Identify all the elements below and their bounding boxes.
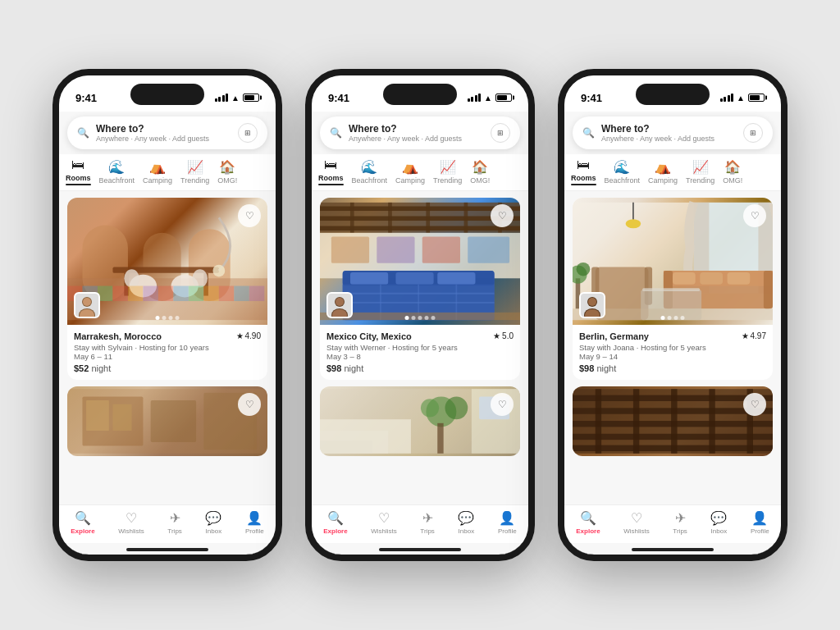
omg-label-3: OMG!	[723, 176, 742, 185]
tab-omg-1[interactable]: 🏠 OMG!	[217, 159, 237, 185]
listing-rating-2: ★ 5.0	[493, 331, 514, 340]
nav-explore-3[interactable]: 🔍 Explore	[576, 510, 600, 535]
image-dots-2	[405, 316, 436, 320]
tab-camping-3[interactable]: ⛺ Camping	[648, 159, 678, 185]
tab-trending-2[interactable]: 📈 Trending	[433, 159, 462, 185]
tab-rooms-1[interactable]: 🛏 Rooms	[66, 158, 91, 185]
nav-wishlists-2[interactable]: ♡ Wishlists	[371, 510, 397, 535]
listing-card-partial-2[interactable]: ♡	[320, 386, 520, 456]
camping-icon-3: ⛺	[655, 159, 671, 175]
svg-rect-18	[158, 286, 173, 301]
svg-rect-47	[422, 236, 460, 262]
tab-trending-3[interactable]: 📈 Trending	[686, 159, 714, 185]
nav-inbox-3[interactable]: 💬 Inbox	[710, 510, 727, 535]
nav-wishlists-1[interactable]: ♡ Wishlists	[118, 510, 144, 535]
tab-omg-3[interactable]: 🏠 OMG!	[723, 159, 742, 185]
wishlist-button-partial-1[interactable]: ♡	[238, 393, 261, 416]
nav-profile-1[interactable]: 👤 Profile	[245, 510, 264, 535]
search-main-3: Where to?	[601, 123, 737, 135]
svg-rect-46	[377, 236, 414, 262]
trending-icon-1: 📈	[187, 159, 203, 175]
trips-icon-1: ✈	[170, 510, 180, 526]
inbox-label-3: Inbox	[711, 527, 728, 535]
wishlist-button-2[interactable]: ♡	[491, 204, 514, 227]
filter-button-1[interactable]: ⊞	[238, 123, 258, 143]
nav-trips-1[interactable]: ✈ Trips	[167, 510, 181, 535]
wishlists-label-1: Wishlists	[118, 527, 144, 535]
tab-omg-2[interactable]: 🏠 OMG!	[470, 159, 490, 185]
search-bar-3[interactable]: 🔍 Where to? Anywhere · Any week · Add gu…	[573, 116, 773, 149]
host-avatar-2	[326, 292, 353, 318]
partial-photo-1	[67, 386, 267, 456]
listing-image-3: ♡	[573, 198, 773, 325]
rating-value-2: 5.0	[502, 331, 514, 340]
bottom-nav-1: 🔍 Explore ♡ Wishlists ✈ Trips 💬 Inbox 👤	[59, 504, 276, 543]
nav-inbox-1[interactable]: 💬 Inbox	[205, 510, 221, 535]
nav-explore-1[interactable]: 🔍 Explore	[71, 510, 94, 535]
listing-dates-2: May 3 – 8	[326, 352, 514, 361]
listing-card-partial-1[interactable]: ♡	[67, 386, 267, 456]
inbox-icon-2: 💬	[458, 510, 474, 526]
nav-profile-2[interactable]: 👤 Profile	[498, 510, 517, 535]
rooms-icon-2: 🛏	[324, 158, 337, 172]
search-bar-2[interactable]: 🔍 Where to? Anywhere · Any week · Add gu…	[320, 116, 520, 149]
home-bar-1	[126, 548, 208, 551]
omg-label-2: OMG!	[470, 176, 490, 185]
tab-camping-1[interactable]: ⛺ Camping	[143, 159, 172, 185]
wishlist-button-partial-2[interactable]: ♡	[491, 393, 514, 416]
svg-point-63	[336, 298, 344, 306]
listing-price-3: $98 night	[579, 363, 766, 373]
listing-card-1[interactable]: ♡	[67, 198, 267, 380]
phone-3: 9:41 ▲ 🔍 Where to? Anywhere · Any week ·…	[558, 69, 788, 561]
search-text-1: Where to? Anywhere · Any week · Add gues…	[96, 123, 231, 143]
scroll-area-2: ♡	[312, 191, 528, 504]
trips-icon-2: ✈	[422, 510, 433, 526]
search-bar-1[interactable]: 🔍 Where to? Anywhere · Any week · Add gu…	[67, 116, 267, 149]
listing-image-1: ♡	[67, 198, 267, 325]
listing-price-2: $98 night	[326, 363, 514, 373]
nav-trips-3[interactable]: ✈ Trips	[673, 510, 687, 535]
status-icons-2: ▲	[468, 94, 512, 103]
host-avatar-3	[579, 292, 605, 318]
profile-label-1: Profile	[245, 527, 264, 535]
nav-explore-2[interactable]: 🔍 Explore	[323, 510, 347, 535]
tab-beachfront-1[interactable]: 🌊 Beachfront	[99, 159, 135, 185]
explore-label-2: Explore	[323, 527, 347, 535]
svg-rect-87	[728, 272, 751, 285]
inbox-icon-3: 💬	[710, 510, 727, 526]
nav-trips-2[interactable]: ✈ Trips	[420, 510, 434, 535]
tab-trending-1[interactable]: 📈 Trending	[180, 159, 209, 185]
tab-camping-2[interactable]: ⛺ Camping	[395, 159, 425, 185]
tab-rooms-2[interactable]: 🛏 Rooms	[318, 158, 344, 185]
nav-profile-3[interactable]: 👤 Profile	[751, 510, 769, 535]
rooms-icon-3: 🛏	[577, 158, 590, 172]
inbox-icon-1: 💬	[205, 510, 221, 526]
search-text-3: Where to? Anywhere · Any week · Add gues…	[601, 123, 737, 143]
signal-icon-1	[215, 94, 229, 102]
wishlist-button-partial-3[interactable]: ♡	[743, 393, 766, 416]
wishlist-button-3[interactable]: ♡	[743, 204, 766, 227]
wifi-icon-3: ▲	[737, 94, 745, 103]
filter-button-2[interactable]: ⊞	[491, 123, 510, 143]
nav-wishlists-3[interactable]: ♡ Wishlists	[623, 510, 650, 535]
tab-beachfront-3[interactable]: 🌊 Beachfront	[605, 159, 641, 185]
listing-card-3[interactable]: ♡	[573, 198, 773, 380]
wishlist-button-1[interactable]: ♡	[238, 204, 261, 227]
category-tabs-2: 🛏 Rooms 🌊 Beachfront ⛺ Camping 📈 Trendin…	[312, 154, 528, 191]
search-text-2: Where to? Anywhere · Any week · Add gues…	[349, 123, 484, 143]
beachfront-label-2: Beachfront	[352, 176, 388, 185]
nav-inbox-2[interactable]: 💬 Inbox	[458, 510, 474, 535]
filter-button-3[interactable]: ⊞	[743, 123, 763, 143]
wifi-icon-2: ▲	[484, 94, 492, 103]
profile-label-3: Profile	[751, 527, 769, 535]
tab-rooms-3[interactable]: 🛏 Rooms	[571, 158, 596, 185]
camping-label-1: Camping	[143, 176, 172, 185]
listing-location-2: Mexico City, Mexico	[326, 331, 412, 341]
listing-card-partial-3[interactable]: ♡	[573, 386, 773, 456]
svg-point-71	[421, 399, 439, 417]
star-icon-1: ★	[236, 331, 244, 340]
rating-value-3: 4.97	[751, 331, 766, 340]
omg-icon-3: 🏠	[724, 159, 741, 175]
tab-beachfront-2[interactable]: 🌊 Beachfront	[352, 159, 388, 185]
listing-card-2[interactable]: ♡	[320, 198, 520, 380]
